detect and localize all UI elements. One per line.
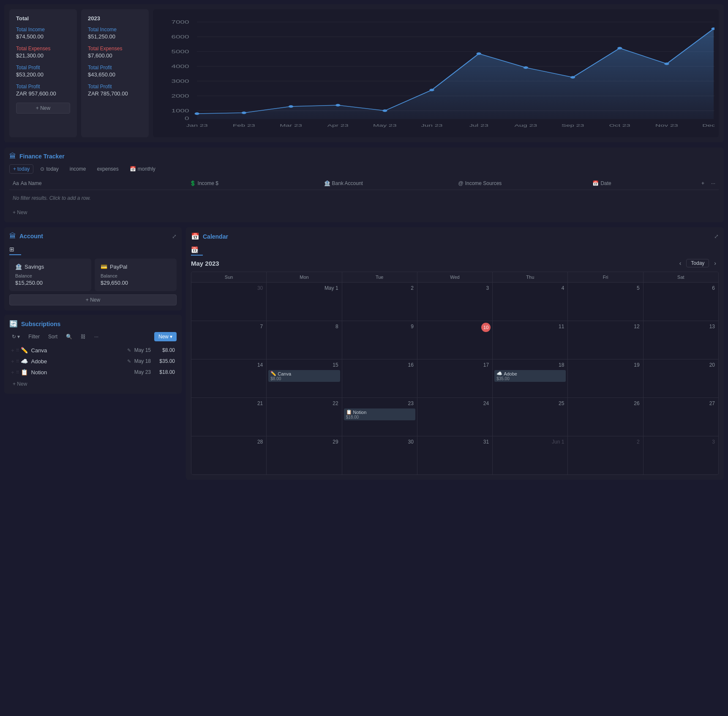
calendar-prev-button[interactable]: ‹ (677, 259, 684, 267)
cal-cell-may21[interactable]: 21 (191, 398, 266, 436)
svg-text:Jul 23: Jul 23 (469, 123, 488, 128)
cal-cell-may26[interactable]: 26 (568, 398, 643, 436)
calendar-next-button[interactable]: › (712, 259, 719, 267)
bottom-section: 🏛 Account ⤢ ⊞ 🏦 Savings Balance $15,250.… (4, 227, 724, 480)
cal-cell-may24[interactable]: 24 (417, 398, 492, 436)
th-sources[interactable]: @ Income Sources (455, 179, 589, 188)
search-button[interactable]: 🔍 (63, 332, 75, 341)
add-adobe-icon[interactable]: + (11, 358, 14, 365)
cal-cell-jun2[interactable]: 2 (568, 436, 643, 474)
adobe-name[interactable]: Adobe (31, 358, 127, 365)
account-title[interactable]: Account (19, 233, 43, 240)
refresh-button[interactable]: ↻ ▾ (9, 332, 22, 341)
year-profit-label[interactable]: Total Profit (88, 65, 142, 71)
link-button[interactable]: ⛓ (78, 332, 88, 341)
more-options-button[interactable]: ··· (92, 332, 101, 341)
tab-today[interactable]: ⊙ today (36, 165, 63, 173)
cal-event-notion[interactable]: 📋 Notion $18.00 (344, 408, 415, 420)
cal-cell-may28[interactable]: 28 (191, 436, 266, 474)
cal-cell-apr30[interactable]: 30 (191, 283, 266, 321)
cal-cell-may5[interactable]: 5 (568, 283, 643, 321)
filter-button[interactable]: Filter (26, 332, 42, 341)
total-income-label[interactable]: Total Income (16, 27, 70, 33)
cal-cell-may17[interactable]: 17 (417, 359, 492, 397)
calendar-view-icon[interactable]: 📆 (191, 246, 198, 253)
total-new-button[interactable]: + New (16, 103, 70, 114)
year-income-label[interactable]: Total Income (88, 27, 142, 33)
cal-cell-may22[interactable]: 22 (267, 398, 341, 436)
cal-cell-may7[interactable]: 7 (191, 321, 266, 359)
cal-cell-may29[interactable]: 29 (267, 436, 341, 474)
year-expenses-label[interactable]: Total Expenses (88, 46, 142, 52)
tab-income[interactable]: income (65, 165, 90, 173)
cal-cell-may3[interactable]: 3 (417, 283, 492, 321)
canva-name[interactable]: Canva (31, 347, 127, 354)
year-profit-zar-label[interactable]: Total Profit (88, 84, 142, 90)
subscription-notion-row: + ⠿ 📋 Notion May 23 $18.00 (9, 367, 177, 378)
calendar-expand-icon[interactable]: ⤢ (714, 233, 719, 240)
total-profit-zar-label[interactable]: Total Profit (16, 84, 70, 90)
cal-cell-may9[interactable]: 9 (342, 321, 417, 359)
cal-event-canva[interactable]: ✏️ Canva $8.00 (268, 370, 340, 382)
cal-cell-may2[interactable]: 2 (342, 283, 417, 321)
cal-cell-may1[interactable]: May 1 (267, 283, 341, 321)
cal-cell-may25[interactable]: 25 (493, 398, 567, 436)
cal-cell-may15[interactable]: 15 ✏️ Canva $8.00 (267, 359, 341, 397)
cal-cell-may6[interactable]: 6 (643, 283, 718, 321)
svg-point-20 (429, 89, 434, 91)
expand-icon[interactable]: ⤢ (172, 233, 177, 240)
cal-cell-jun3[interactable]: 3 (643, 436, 718, 474)
finance-tracker-title[interactable]: Finance Tracker (19, 153, 65, 160)
at-icon: @ (458, 180, 463, 186)
th-more[interactable]: ··· (708, 179, 719, 188)
total-profit-label[interactable]: Total Profit (16, 65, 70, 71)
canva-event-amount: $8.00 (270, 376, 338, 381)
adobe-date: May 18 (134, 358, 151, 364)
cal-cell-may4[interactable]: 4 (493, 283, 567, 321)
cal-cell-may20[interactable]: 20 (643, 359, 718, 397)
cal-cell-may31[interactable]: 31 (417, 436, 492, 474)
cal-cell-may12[interactable]: 12 (568, 321, 643, 359)
add-notion-icon[interactable]: + (11, 369, 14, 376)
tab-expenses[interactable]: expenses (93, 165, 123, 173)
tab-add-today[interactable]: + today (9, 164, 33, 174)
cal-cell-may11[interactable]: 11 (493, 321, 567, 359)
add-canva-icon[interactable]: + (11, 347, 14, 354)
sort-button[interactable]: Sort (46, 332, 60, 341)
cal-cell-may19[interactable]: 19 (568, 359, 643, 397)
cal-cell-may30[interactable]: 30 (342, 436, 417, 474)
cal-event-adobe[interactable]: ☁️ Adobe $35.00 (494, 370, 566, 382)
canva-edit-icon[interactable]: ✎ (127, 348, 131, 353)
subscriptions-new-button[interactable]: New ▾ (154, 332, 177, 341)
cal-cell-may14[interactable]: 14 (191, 359, 266, 397)
adobe-edit-icon[interactable]: ✎ (127, 359, 131, 364)
total-card: Total Total Income $74,500.00 Total Expe… (9, 9, 77, 137)
cal-cell-may8[interactable]: 8 (267, 321, 341, 359)
calendar-today-button[interactable]: Today (686, 259, 709, 267)
notion-name[interactable]: Notion (31, 369, 134, 376)
th-add-column[interactable]: + (698, 179, 708, 188)
year-profit-item: Total Profit $43,650.00 (88, 65, 142, 78)
calendar-title[interactable]: Calendar (203, 233, 228, 240)
total-expenses-label[interactable]: Total Expenses (16, 46, 70, 52)
account-new-button[interactable]: + New (9, 294, 177, 305)
cal-cell-may13[interactable]: 13 (643, 321, 718, 359)
cal-cell-may27[interactable]: 27 (643, 398, 718, 436)
finance-add-row-button[interactable]: + New (9, 208, 719, 217)
gallery-view-icon[interactable]: ⊞ (9, 246, 14, 253)
cal-cell-may23[interactable]: 23 📋 Notion $18.00 (342, 398, 417, 436)
cal-cell-may16[interactable]: 16 (342, 359, 417, 397)
cal-cell-may10[interactable]: 10 (417, 321, 492, 359)
subscriptions-add-row-button[interactable]: + New (9, 379, 177, 389)
subscriptions-title[interactable]: Subscriptions (21, 321, 60, 327)
savings-icon: 🏦 (15, 264, 22, 270)
filter-label: Filter (28, 334, 40, 340)
th-date[interactable]: 📅 Date (589, 179, 698, 188)
cal-cell-may18[interactable]: 18 ☁️ Adobe $35.00 (493, 359, 567, 397)
th-name[interactable]: Aa Aa Name (9, 179, 186, 188)
th-bank[interactable]: 🏦 Bank Account (321, 179, 455, 188)
tab-monthly[interactable]: 📅 monthly (125, 165, 160, 173)
cal-cell-jun1[interactable]: Jun 1 (493, 436, 567, 474)
th-income[interactable]: 💲 Income $ (186, 179, 321, 188)
calendar-section-icon: 📅 (191, 232, 199, 240)
